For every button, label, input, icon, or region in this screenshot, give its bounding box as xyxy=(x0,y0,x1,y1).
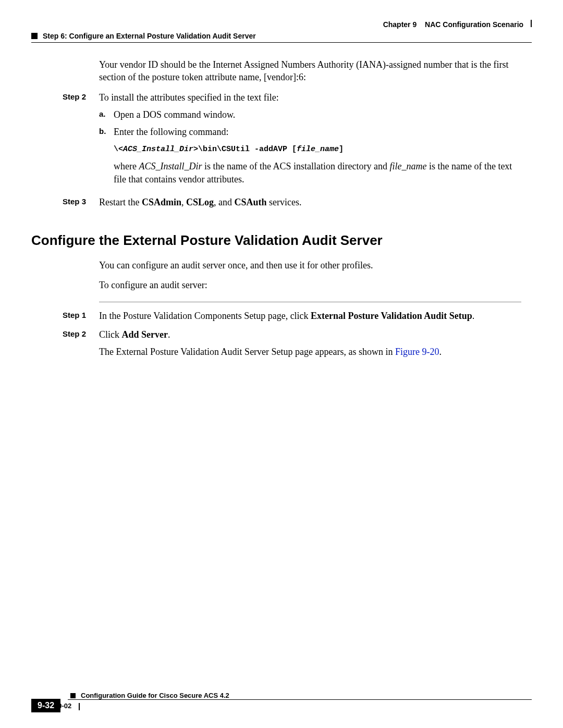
sub-b-text: Enter the following command: xyxy=(114,126,521,139)
main-content: Your vendor ID should be the Internet As… xyxy=(31,58,532,209)
section-step2-after: The External Posture Validation Audit Se… xyxy=(99,346,521,359)
page-header: Chapter 9 NAC Configuration Scenario xyxy=(31,20,532,29)
page-footer: Configuration Guide for Cisco Secure ACS… xyxy=(31,692,532,710)
section-step1-row: Step 1 In the Posture Validation Compone… xyxy=(99,310,521,323)
page-number: 9-32 xyxy=(31,699,60,712)
step-3-row: Step 3 Restart the CSAdmin, CSLog, and C… xyxy=(99,196,521,209)
step-3-text: Restart the CSAdmin, CSLog, and CSAuth s… xyxy=(99,196,521,209)
step-3-label: Step 3 xyxy=(63,196,99,206)
step-title-text: Step 6: Configure an External Posture Va… xyxy=(43,32,256,40)
footer-divider xyxy=(68,699,532,700)
section-step2-label: Step 2 xyxy=(63,328,99,338)
step-2-text: To install the attributes specified in t… xyxy=(99,91,521,104)
running-step-title: Step 6: Configure an External Posture Va… xyxy=(31,32,532,40)
section-p1: You can configure an audit server once, … xyxy=(99,259,521,272)
sub-a-label: a. xyxy=(99,108,114,121)
section-step2-row: Step 2 Click Add Server. The External Po… xyxy=(99,328,521,359)
intro-paragraph: Your vendor ID should be the Internet As… xyxy=(99,58,521,84)
step-2-label: Step 2 xyxy=(63,91,99,101)
command-line: \<ACS_Install_Dir>\bin\CSUtil -addAVP [f… xyxy=(114,144,521,155)
footer-bullet-icon xyxy=(70,693,76,698)
header-rule-icon xyxy=(531,20,532,27)
figure-link[interactable]: Figure 9-20 xyxy=(395,347,439,357)
sub-a-text: Open a DOS command window. xyxy=(114,108,521,121)
command-explain: where ACS_Install_Dir is the name of the… xyxy=(114,160,521,186)
section-step2-text: Click Add Server. xyxy=(99,328,521,341)
section-heading: Configure the External Posture Validatio… xyxy=(31,232,532,249)
section-divider xyxy=(99,302,521,302)
square-bullet-icon xyxy=(31,33,38,39)
sub-b-label: b. xyxy=(99,126,114,187)
chapter-title: NAC Configuration Scenario xyxy=(425,20,523,29)
section-p2: To configure an audit server: xyxy=(99,279,521,291)
footer-rule-icon xyxy=(79,703,80,710)
section-step1-text: In the Posture Validation Components Set… xyxy=(99,310,521,323)
step-2-row: Step 2 To install the attributes specifi… xyxy=(99,91,521,191)
section-step1-label: Step 1 xyxy=(63,310,99,319)
footer-guide-title: Configuration Guide for Cisco Secure ACS… xyxy=(81,692,229,699)
document-page: Chapter 9 NAC Configuration Scenario Ste… xyxy=(0,0,563,728)
header-divider xyxy=(31,42,532,43)
chapter-label: Chapter 9 xyxy=(383,20,417,29)
